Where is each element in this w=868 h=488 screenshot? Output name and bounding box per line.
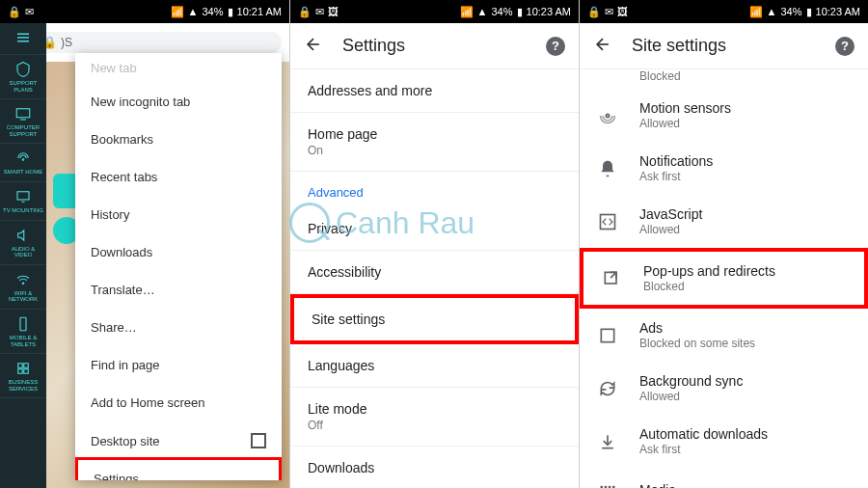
section-advanced: Advanced xyxy=(290,172,579,207)
svg-rect-3 xyxy=(16,109,30,118)
mail-icon: ✉ xyxy=(605,6,613,18)
svg-rect-14 xyxy=(24,369,29,374)
status-bar: 🔒✉🖼 📶▲34%▮10:23 AM xyxy=(580,0,868,23)
chrome-menu-popup: New tab New incognito tab Bookmarks Rece… xyxy=(75,53,282,480)
clock-text: 10:21 AM xyxy=(237,6,282,17)
js-icon xyxy=(597,211,618,232)
menu-item-share[interactable]: Share… xyxy=(75,309,282,346)
back-icon[interactable] xyxy=(593,35,612,58)
popup-icon xyxy=(601,268,622,289)
svg-marker-8 xyxy=(18,230,24,240)
lock-icon: 🔒 xyxy=(587,6,601,18)
site-media[interactable]: Media xyxy=(580,468,868,488)
settings-header: Settings ? xyxy=(290,23,579,69)
site-notifications[interactable]: NotificationsAsk first xyxy=(580,142,868,195)
bell-icon xyxy=(597,158,618,179)
menu-item-translate[interactable]: Translate… xyxy=(75,271,282,309)
signal-icon: ▲ xyxy=(477,6,488,17)
svg-rect-21 xyxy=(601,329,613,341)
lock-icon: 🔒 xyxy=(298,6,312,18)
site-popups[interactable]: Pop-ups and redirectsBlocked xyxy=(580,248,868,309)
page-title: Site settings xyxy=(632,36,835,56)
svg-rect-10 xyxy=(20,317,26,331)
site-ads[interactable]: AdsBlocked on some sites xyxy=(580,309,868,362)
svg-rect-12 xyxy=(24,364,29,368)
sidebar-item-mobile[interactable]: MOBILE & TABLETS xyxy=(0,310,46,354)
sidebar-item-audio[interactable]: AUDIO & VIDEO xyxy=(0,221,46,265)
setting-languages[interactable]: Languages xyxy=(290,344,579,388)
site-motion[interactable]: Motion sensorsAllowed xyxy=(580,89,868,142)
battery-icon: ▮ xyxy=(806,6,812,18)
menu-item-incognito[interactable]: New incognito tab xyxy=(75,83,282,121)
download-icon xyxy=(597,431,618,452)
battery-icon: ▮ xyxy=(228,6,233,18)
setting-privacy[interactable]: Privacy xyxy=(290,207,579,251)
page-title: Settings xyxy=(342,36,546,56)
back-icon[interactable] xyxy=(304,35,323,58)
svg-rect-6 xyxy=(17,192,29,200)
sync-icon xyxy=(597,378,618,399)
battery-text: 34% xyxy=(202,6,223,17)
setting-addresses[interactable]: Addresses and more xyxy=(290,69,579,113)
menu-item-history[interactable]: History xyxy=(75,196,282,233)
menu-item-desktop[interactable]: Desktop site xyxy=(75,421,282,460)
site-autodl[interactable]: Automatic downloadsAsk first xyxy=(580,415,868,468)
wifi-icon: 📶 xyxy=(171,6,184,18)
svg-point-17 xyxy=(606,114,609,117)
battery-icon: ▮ xyxy=(517,6,523,18)
status-bar: 🔒 ✉ 📶 ▲ 34% ▮ 10:21 AM xyxy=(0,0,289,23)
url-bar[interactable]: 🔒 )S xyxy=(33,32,282,53)
menu-item-bookmarks[interactable]: Bookmarks xyxy=(75,121,282,158)
setting-accessibility[interactable]: Accessibility xyxy=(290,251,579,294)
menu-item-addhome[interactable]: Add to Home screen xyxy=(75,384,282,421)
help-icon[interactable]: ? xyxy=(835,37,854,56)
svg-rect-11 xyxy=(18,364,23,368)
lock-icon: 🔒 xyxy=(8,6,21,18)
sidebar-item-tv[interactable]: TV MOUNTING xyxy=(0,182,46,221)
site-settings-header: Site settings ? xyxy=(580,23,868,69)
menu-item-settings[interactable]: Settings xyxy=(75,457,282,480)
svg-rect-13 xyxy=(18,369,23,374)
image-icon: 🖼 xyxy=(617,6,628,18)
motion-icon xyxy=(597,105,618,126)
ads-icon xyxy=(597,325,618,346)
svg-point-9 xyxy=(22,283,24,285)
media-icon xyxy=(597,479,618,488)
mail-icon: ✉ xyxy=(25,6,34,18)
desktop-checkbox[interactable] xyxy=(251,433,266,448)
help-icon[interactable]: ? xyxy=(546,37,565,56)
sidebar-hamburger[interactable] xyxy=(0,23,46,55)
mail-icon: ✉ xyxy=(315,6,324,18)
setting-downloads[interactable]: Downloads xyxy=(290,447,579,488)
setting-litemode[interactable]: Lite modeOff xyxy=(290,388,579,447)
signal-icon: ▲ xyxy=(767,6,777,17)
sidebar-item-computer[interactable]: COMPUTER SUPPORT xyxy=(0,99,46,144)
setting-site-settings[interactable]: Site settings xyxy=(290,294,579,344)
menu-item-newtab[interactable]: New tab xyxy=(75,53,282,83)
menu-item-find[interactable]: Find in page xyxy=(75,346,282,384)
image-icon: 🖼 xyxy=(328,6,339,18)
svg-line-20 xyxy=(610,272,616,278)
wifi-icon: 📶 xyxy=(460,6,474,18)
menu-item-downloads[interactable]: Downloads xyxy=(75,233,282,271)
url-text: )S xyxy=(61,36,72,49)
status-bar: 🔒✉🖼 📶▲34%▮10:23 AM xyxy=(290,0,579,23)
sidebar-item-business[interactable]: BUSINESS SERVICES xyxy=(0,354,46,398)
setting-homepage[interactable]: Home pageOn xyxy=(290,113,579,172)
sidebar-item-wifi[interactable]: WIFI & NETWORK xyxy=(0,265,46,310)
sidebar-item-smarthome[interactable]: SMART HOME xyxy=(0,144,46,182)
svg-point-5 xyxy=(22,159,24,161)
menu-item-recent[interactable]: Recent tabs xyxy=(75,158,282,196)
app-sidebar: SUPPORT PLANS COMPUTER SUPPORT SMART HOM… xyxy=(0,23,46,488)
site-sync[interactable]: Background syncAllowed xyxy=(580,362,868,415)
sidebar-item-support[interactable]: SUPPORT PLANS xyxy=(0,55,46,99)
prev-item-sub: Blocked xyxy=(580,69,868,89)
signal-icon: ▲ xyxy=(188,6,199,17)
site-javascript[interactable]: JavaScriptAllowed xyxy=(580,195,868,248)
wifi-icon: 📶 xyxy=(749,6,763,18)
